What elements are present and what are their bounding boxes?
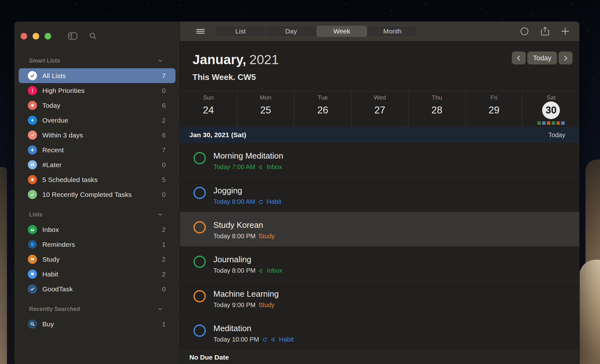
day-column-fri[interactable]: Fri 29: [465, 91, 523, 127]
today-button[interactable]: Today: [527, 52, 557, 64]
sidebar-item[interactable]: 10 Recently Completed Tasks 0: [19, 187, 175, 202]
speaker-icon: [258, 164, 264, 170]
task-complete-circle[interactable]: [193, 290, 206, 302]
sidebar-item[interactable]: #Later 0: [19, 157, 175, 172]
sidebar-item[interactable]: Within 3 days 6: [19, 128, 175, 143]
section-title: Smart Lists: [29, 58, 157, 64]
task-complete-circle[interactable]: [193, 221, 206, 234]
chevron-down-icon[interactable]: [157, 306, 163, 312]
tab-month[interactable]: Month: [367, 26, 418, 37]
sidebar-item[interactable]: Overdue 2: [19, 113, 175, 128]
tab-list[interactable]: List: [215, 26, 266, 37]
radio-icon: [28, 240, 37, 249]
zoom-button[interactable]: [45, 33, 51, 39]
sidebar-item-label: Within 3 days: [42, 131, 162, 139]
day-name: Fri: [491, 94, 498, 101]
day-column-sun[interactable]: Sun 24: [180, 91, 237, 127]
task-subtitle: Today 7:00 AM Inbox: [213, 163, 283, 171]
minimize-button[interactable]: [33, 33, 39, 39]
rock-right-lower: [579, 260, 600, 364]
task-dots: [537, 121, 565, 125]
sidebar-item-count: 7: [162, 72, 166, 80]
sidebar-item-count: 7: [162, 146, 166, 154]
sidebar-toggle-icon[interactable]: [68, 32, 77, 40]
task-row[interactable]: Meditation Today 10:00 PM Habit: [180, 315, 579, 349]
task-complete-circle[interactable]: [193, 187, 206, 199]
day-section-header: Jan 30, 2021 (Sat) Today: [180, 127, 579, 143]
sidebar-item[interactable]: Recent 7: [19, 143, 175, 157]
tab-week[interactable]: Week: [316, 26, 367, 37]
sidebar-item[interactable]: Today 6: [19, 98, 175, 113]
hamburger-menu-icon[interactable]: [196, 27, 205, 35]
share-icon[interactable]: [541, 27, 549, 36]
task-time: Today 8:00 PM: [213, 267, 255, 274]
sidebar-item-count: 2: [162, 256, 166, 263]
book-icon: [28, 255, 37, 264]
task-complete-circle[interactable]: [193, 256, 206, 268]
repeat-icon: [258, 199, 264, 205]
day-section-today-label: Today: [548, 131, 565, 139]
sidebar-item-label: Buy: [42, 320, 162, 328]
chevron-down-icon[interactable]: [157, 212, 163, 217]
sidebar-item[interactable]: Reminders 1: [19, 237, 175, 252]
task-row[interactable]: Journaling Today 8:00 PM Inbox: [180, 246, 579, 281]
search-icon[interactable]: [89, 32, 97, 40]
task-time: Today 8:00 AM: [213, 198, 255, 205]
task-complete-circle[interactable]: [193, 325, 206, 337]
next-week-button[interactable]: [559, 52, 572, 64]
task-subtitle: Today 10:00 PM Habit: [213, 336, 294, 343]
hash-icon: [28, 160, 37, 169]
sidebar-item[interactable]: GoodTask 0: [19, 282, 175, 296]
day-column-tue[interactable]: Tue 26: [294, 91, 351, 127]
task-row[interactable]: Morning Meditation Today 7:00 AM Inbox: [180, 143, 579, 177]
sidebar-item-label: #Later: [42, 161, 162, 169]
task-row[interactable]: Machine Learning Today 9:00 PM Study: [180, 281, 579, 315]
sidebar-item-count: 1: [162, 241, 166, 248]
progress-circle-icon[interactable]: [520, 27, 529, 36]
sidebar-item[interactable]: All Lists 7: [19, 68, 175, 83]
task-title: Meditation: [213, 324, 294, 333]
day-section-title: Jan 30, 2021 (Sat): [189, 131, 548, 139]
chevron-down-icon[interactable]: [157, 58, 163, 64]
sidebar-item-label: 10 Recently Completed Tasks: [42, 191, 162, 198]
day-column-thu[interactable]: Thu 28: [408, 91, 465, 127]
toolbar-right-icons: [520, 27, 574, 36]
task-title: Journaling: [213, 255, 282, 264]
add-icon[interactable]: [561, 27, 569, 35]
task-row[interactable]: Study Korean Today 8:00 PM Study: [180, 212, 579, 246]
sidebar-item[interactable]: High Priorities 0: [19, 83, 175, 98]
sidebar-item-count: 6: [162, 131, 166, 139]
task-title: Study Korean: [213, 220, 275, 230]
sidebar-item[interactable]: Habit 2: [19, 267, 175, 282]
sidebar-item-count: 6: [162, 102, 166, 109]
speaker-icon: [271, 337, 276, 343]
day-number: 29: [488, 103, 499, 117]
sidebar-item-count: 2: [162, 226, 166, 234]
day-column-mon[interactable]: Mon 25: [237, 91, 294, 127]
close-button[interactable]: [21, 33, 27, 39]
section-header: Smart Lists: [14, 57, 180, 64]
task-list-name: Habit: [266, 198, 281, 205]
plus-icon: [28, 145, 37, 155]
sidebar-item[interactable]: Study 2: [19, 252, 175, 267]
day-number: 26: [317, 103, 328, 117]
no-due-date-section: No Due Date: [180, 349, 579, 364]
week-subtitle: This Week. CW5: [193, 72, 579, 82]
sidebar-item[interactable]: Buy 1: [19, 317, 175, 331]
task-subtitle: Today 9:00 PM Study: [213, 301, 279, 309]
sidebar-item-count: 1: [162, 320, 166, 328]
month-title: January,: [193, 52, 246, 67]
task-title: Machine Learning: [213, 289, 279, 299]
day-column-sat[interactable]: Sat 30: [522, 91, 579, 127]
sidebar-item-label: 5 Scheduled tasks: [42, 176, 162, 184]
task-list-name: Study: [258, 233, 274, 240]
task-list: Morning Meditation Today 7:00 AM Inbox J…: [180, 143, 579, 349]
day-name: Wed: [374, 94, 386, 101]
sidebar-item[interactable]: Inbox 2: [19, 222, 175, 237]
sidebar-item[interactable]: 5 Scheduled tasks 5: [19, 172, 175, 187]
task-complete-circle[interactable]: [193, 152, 206, 164]
prev-week-button[interactable]: [512, 52, 526, 64]
tab-day[interactable]: Day: [266, 26, 316, 37]
day-column-wed[interactable]: Wed 27: [351, 91, 408, 127]
task-row[interactable]: Jogging Today 8:00 AM Habit: [180, 177, 579, 212]
